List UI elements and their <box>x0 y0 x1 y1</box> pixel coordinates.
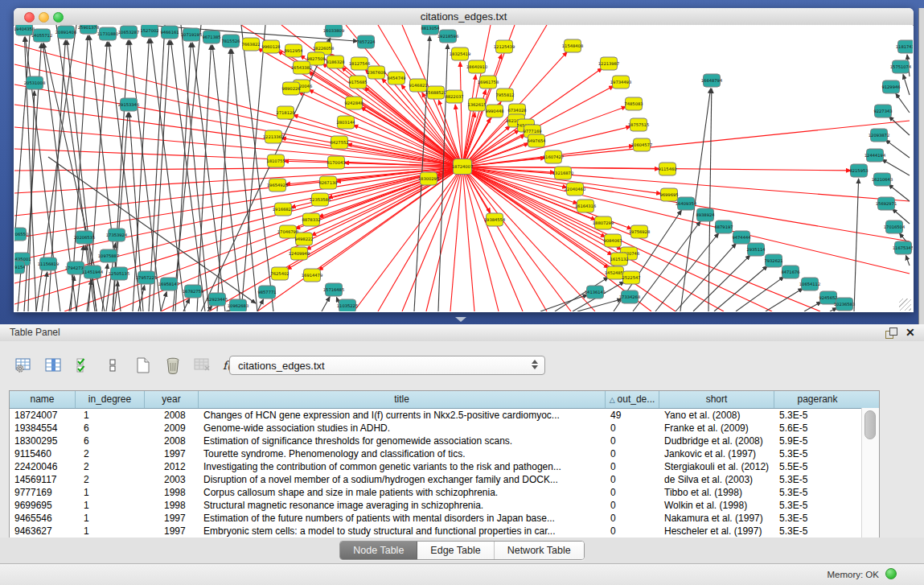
table-cell[interactable]: Tibbo et al. (1998) <box>659 486 774 499</box>
table-row[interactable]: 977716911998Corpus callosum shape and si… <box>10 486 879 499</box>
column-header-year[interactable]: year <box>145 391 199 408</box>
table-cell[interactable]: 0 <box>606 525 659 538</box>
table-cell[interactable]: 1997 <box>145 447 199 460</box>
table-cell[interactable]: 0 <box>606 499 659 512</box>
table-cell[interactable]: 18300295 <box>10 435 76 447</box>
table-cell[interactable]: Structural magnetic resonance image aver… <box>199 499 606 512</box>
table-cell[interactable]: 5.5E-5 <box>774 460 860 473</box>
table-cell[interactable]: 0 <box>606 447 659 460</box>
table-settings-icon[interactable] <box>14 356 34 375</box>
table-cell[interactable]: 5.9E-5 <box>774 435 860 447</box>
table-cell[interactable]: Wolkin et al. (1998) <box>659 499 774 512</box>
table-cell[interactable]: 0 <box>606 460 659 473</box>
table-cell[interactable]: 1997 <box>145 512 199 525</box>
table-cell[interactable]: 2003 <box>145 473 199 486</box>
table-cell[interactable]: 9777169 <box>10 486 76 499</box>
delete-trash-icon[interactable] <box>163 356 183 375</box>
table-cell[interactable]: 14569117 <box>10 473 76 486</box>
table-cell[interactable]: 5.3E-5 <box>774 486 860 499</box>
table-cell[interactable]: 0 <box>606 435 659 447</box>
table-cell[interactable]: 22420046 <box>10 460 76 473</box>
table-row[interactable]: 2242004622012Investigating the contribut… <box>10 460 879 473</box>
table-cell[interactable]: 6 <box>76 435 145 447</box>
table-cell[interactable]: 2012 <box>145 460 199 473</box>
table-row[interactable]: 969969511998Structural magnetic resonanc… <box>10 499 879 512</box>
table-cell[interactable]: 9465546 <box>10 512 76 525</box>
table-cell[interactable]: 1 <box>76 409 145 422</box>
table-cell[interactable]: 6 <box>76 422 145 435</box>
table-cell[interactable]: Corpus callosum shape and size in male p… <box>199 486 606 499</box>
column-header-name[interactable]: name <box>10 391 76 408</box>
table-cell[interactable]: Estimation of significance thresholds fo… <box>199 435 606 447</box>
table-cell[interactable]: Yano et al. (2008) <box>659 409 774 422</box>
table-cell[interactable]: Genome-wide association studies in ADHD. <box>199 422 606 435</box>
table-cell[interactable]: 1 <box>76 486 145 499</box>
table-cell[interactable]: Stergiakouli et al. (2012) <box>659 460 774 473</box>
memory-status-indicator[interactable] <box>885 568 897 579</box>
table-cell[interactable]: 18724007 <box>10 409 76 422</box>
table-cell[interactable]: Changes of HCN gene expression and I(f) … <box>199 409 606 422</box>
table-cell[interactable]: 0 <box>606 486 659 499</box>
network-file-dropdown[interactable]: citations_edges.txt <box>229 356 545 375</box>
table-cell[interactable]: Disruption of a novel member of a sodium… <box>199 473 606 486</box>
table-cell[interactable]: Estimation of the future numbers of pati… <box>199 512 606 525</box>
table-cell[interactable]: Nakamura et al. (1997) <box>659 512 774 525</box>
table-cell[interactable]: 49 <box>606 409 659 422</box>
table-cell[interactable]: Investigating the contribution of common… <box>199 460 606 473</box>
float-panel-icon[interactable] <box>885 328 896 338</box>
table-cell[interactable]: 2 <box>76 460 145 473</box>
table-row[interactable]: 1830029562008Estimation of significance … <box>10 435 879 447</box>
table-row[interactable]: 946554611997Estimation of the future num… <box>10 512 879 525</box>
table-cell[interactable]: 1997 <box>145 525 199 538</box>
column-header-out_de[interactable]: △out_de... <box>606 391 659 408</box>
vertical-scrollbar[interactable] <box>861 408 879 538</box>
close-panel-icon[interactable]: ✕ <box>906 326 915 339</box>
scrollbar-thumb[interactable] <box>864 410 876 439</box>
tab-node-table[interactable]: Node Table <box>340 542 417 559</box>
column-header-short[interactable]: short <box>659 391 774 408</box>
tab-edge-table[interactable]: Edge Table <box>417 542 494 559</box>
table-row[interactable]: 1456911722003Disruption of a novel membe… <box>10 473 879 486</box>
table-cell[interactable]: de Silva et al. (2003) <box>659 473 774 486</box>
table-cell[interactable]: Embryonic stem cells: a model to study s… <box>199 525 606 538</box>
table-cell[interactable]: 5.3E-5 <box>774 409 860 422</box>
table-cell[interactable]: 2009 <box>145 422 199 435</box>
table-cell[interactable]: 2008 <box>145 409 199 422</box>
window-titlebar[interactable]: citations_edges.txt <box>14 8 914 26</box>
column-header-pagerank[interactable]: pagerank <box>774 391 860 408</box>
column-header-title[interactable]: title <box>199 391 606 408</box>
table-cell[interactable]: 5.3E-5 <box>774 447 860 460</box>
column-header-in_degree[interactable]: in_degree <box>76 391 145 408</box>
table-cell[interactable]: 5.3E-5 <box>774 512 860 525</box>
table-cell[interactable]: Dudbridge et al. (2008) <box>659 435 774 447</box>
table-cell[interactable]: Jankovic et al. (1997) <box>659 447 774 460</box>
table-cell[interactable]: 1998 <box>145 486 199 499</box>
table-cell[interactable]: 2 <box>76 473 145 486</box>
table-cell[interactable]: 5.3E-5 <box>774 473 860 486</box>
table-cell[interactable]: 1998 <box>145 499 199 512</box>
tab-network-table[interactable]: Network Table <box>495 542 584 559</box>
table-cell[interactable]: 9463627 <box>10 525 76 538</box>
table-cell[interactable]: 0 <box>606 512 659 525</box>
table-cell[interactable]: 1 <box>76 499 145 512</box>
new-table-icon[interactable] <box>133 356 153 375</box>
table-cell[interactable]: 9699695 <box>10 499 76 512</box>
table-cell[interactable]: Franke et al. (2009) <box>659 422 774 435</box>
table-cell[interactable]: Hescheler et al. (1997) <box>659 525 774 538</box>
network-graph-canvas[interactable]: 1872400719404358140557122089140625901378… <box>14 25 913 311</box>
table-cell[interactable]: Tourette syndrome. Phenomenology and cla… <box>199 447 606 460</box>
table-row[interactable]: 911546021997Tourette syndrome. Phenomeno… <box>10 447 879 460</box>
table-cell[interactable]: 19384554 <box>10 422 76 435</box>
rows-icon[interactable] <box>104 356 123 375</box>
table-row[interactable]: 1872400712008Changes of HCN gene express… <box>10 409 879 422</box>
split-divider-grip[interactable] <box>455 317 466 322</box>
table-row[interactable]: 946362711997Embryonic stem cells: a mode… <box>10 525 879 538</box>
table-row[interactable]: 1938455462009Genome-wide association stu… <box>10 422 879 435</box>
table-cell[interactable]: 9115460 <box>10 447 76 460</box>
table-cell[interactable]: 1 <box>76 525 145 538</box>
table-cell[interactable]: 5.3E-5 <box>774 525 860 538</box>
checklist-icon[interactable] <box>74 356 93 375</box>
column-select-icon[interactable] <box>44 356 64 375</box>
table-cell[interactable]: 2008 <box>145 435 199 447</box>
table-cell[interactable]: 0 <box>606 473 659 486</box>
